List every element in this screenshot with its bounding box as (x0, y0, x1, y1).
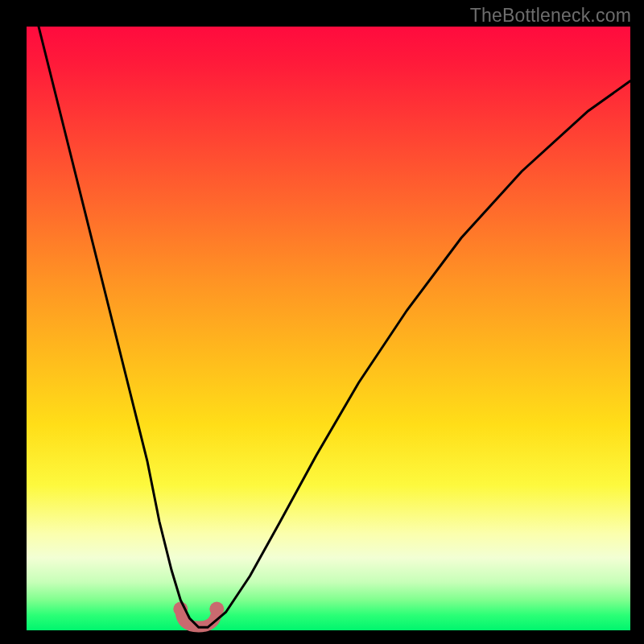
plot-area (27, 27, 630, 630)
outer-frame: TheBottleneck.com (0, 0, 644, 644)
watermark-text: TheBottleneck.com (470, 5, 631, 27)
bottleneck-curve (39, 27, 630, 627)
chart-svg (27, 27, 630, 630)
